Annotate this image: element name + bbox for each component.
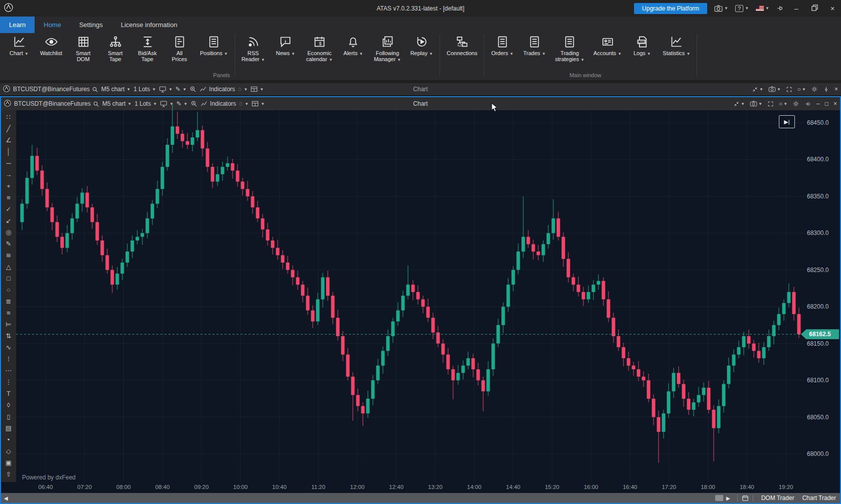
pin-chart-button[interactable]: [823, 86, 829, 93]
menu-tab-settings[interactable]: Settings: [70, 17, 112, 33]
ribbon-item-positions[interactable]: Positions ▼: [195, 33, 233, 57]
dots-horizontal-tool[interactable]: ⋯: [3, 365, 15, 376]
chart-screenshot-button[interactable]: ▼: [768, 86, 781, 92]
trend-line[interactable]: ╱: [3, 123, 15, 134]
arrow-tool[interactable]: →: [3, 169, 15, 180]
settings-gear-button[interactable]: [792, 100, 799, 107]
settings-gear-button[interactable]: [811, 86, 818, 93]
maximize-chart-button[interactable]: □: [825, 100, 828, 107]
diamond-tool[interactable]: ◇: [3, 445, 15, 457]
sync-group-button[interactable]: ○▼: [779, 100, 787, 107]
timeframe-selector[interactable]: M5 chart▼: [101, 86, 131, 93]
drawing-tools-button[interactable]: ✎▼: [176, 100, 187, 107]
candlestick-chart[interactable]: [16, 110, 804, 482]
language-caret-icon[interactable]: ▼: [765, 6, 769, 11]
tick-tool[interactable]: ⁞: [3, 353, 15, 365]
scroll-left-arrow[interactable]: ◀: [1, 495, 11, 501]
scroll-right-arrow[interactable]: ▶: [723, 495, 733, 501]
crosshair-button[interactable]: ◌▼: [238, 86, 248, 93]
rectangle-tool[interactable]: □: [3, 273, 15, 284]
chart-screenshot-button[interactable]: ▼: [750, 101, 762, 107]
close-button[interactable]: ×: [827, 5, 838, 13]
ribbon-item-accounts[interactable]: Accounts ▼: [589, 33, 626, 57]
indicators-button[interactable]: Indicators: [199, 86, 235, 93]
dots-vertical-tool[interactable]: ⋮: [3, 376, 15, 388]
menu-tab-learn[interactable]: Learn: [0, 17, 35, 33]
price-axis[interactable]: 68450.068400.068350.068300.068250.068200…: [803, 110, 840, 482]
layout-button[interactable]: ▼: [251, 86, 264, 92]
fullscreen-button[interactable]: [767, 101, 774, 107]
dom-trader-button[interactable]: DOM Trader: [757, 494, 798, 501]
view-settings-button[interactable]: ▼: [160, 101, 173, 107]
help-button[interactable]: ? ▼: [735, 5, 749, 12]
pin-chart-button[interactable]: [804, 101, 811, 107]
menu-tab-home[interactable]: Home: [35, 17, 70, 33]
volume-selector[interactable]: 1 Lots▼: [134, 86, 156, 93]
zoom-button[interactable]: [190, 100, 197, 107]
session-calendar-button[interactable]: [742, 494, 749, 501]
angle-tool[interactable]: ∠: [3, 134, 15, 146]
ribbon-item-alerts[interactable]: Alerts ▼: [337, 33, 369, 57]
triangle-tool[interactable]: △: [3, 261, 15, 273]
ribbon-item-statistics[interactable]: Statistics ▼: [658, 33, 695, 57]
instrument-selector[interactable]: BTCUSDT@BinanceFutures: [13, 86, 98, 93]
zoom-button[interactable]: [189, 86, 196, 93]
drag-handle[interactable]: ∷: [3, 111, 15, 123]
restore-down-button[interactable]: ▼: [733, 101, 745, 107]
callout-tool[interactable]: ▤: [3, 422, 15, 434]
polyline-tool[interactable]: ✓: [3, 203, 15, 215]
screenshot-button[interactable]: ▼: [714, 5, 728, 12]
sync-group-button[interactable]: ○▼: [797, 86, 806, 93]
ribbon-item-economic-calendar[interactable]: $Economic calendar ▼: [302, 33, 337, 63]
dot-tool[interactable]: •: [3, 434, 15, 445]
ribbon-item-smart-dom[interactable]: Smart DOM: [67, 33, 99, 62]
drawing-tools-button[interactable]: ✎▼: [175, 86, 186, 93]
hatching-tool[interactable]: ≋: [3, 249, 15, 261]
ribbon-item-trading-strategies[interactable]: Trading strategies ▼: [550, 33, 589, 63]
upgrade-platform-button[interactable]: Upgrade the Platform: [634, 3, 707, 14]
ribbon-item-news[interactable]: News ▼: [270, 33, 302, 57]
wave-pattern-tool[interactable]: ∿: [3, 342, 15, 353]
bid-ask-levels-tool[interactable]: ⇅: [3, 330, 15, 342]
ribbon-item-rss-reader[interactable]: RSS Reader ▼: [237, 33, 270, 63]
minimize-button[interactable]: –: [791, 5, 802, 13]
ribbon-item-all-prices[interactable]: All Prices: [163, 33, 195, 62]
fixed-profile-tool[interactable]: ≡: [3, 307, 15, 319]
timeframe-selector[interactable]: M5 chart▼: [102, 100, 132, 107]
layout-button[interactable]: ▼: [252, 101, 265, 107]
ribbon-item-following-manager[interactable]: Following Manager ▼: [369, 33, 405, 63]
ruler-tool[interactable]: ≡: [3, 192, 15, 203]
ribbon-item-smart-tape[interactable]: Smart Tape: [99, 33, 131, 62]
instrument-selector[interactable]: BTCUSDT@BinanceFutures: [14, 100, 99, 107]
language-selector[interactable]: ▼: [756, 6, 769, 11]
crosshair-button[interactable]: ◌▼: [239, 100, 249, 107]
ribbon-item-watchlist[interactable]: Watchlist: [35, 33, 67, 56]
fullscreen-button[interactable]: [786, 86, 792, 93]
ellipse-tool[interactable]: ○: [3, 284, 15, 296]
indicators-button[interactable]: Indicators: [200, 100, 236, 107]
view-settings-button[interactable]: ▼: [159, 86, 172, 93]
pin-window-button[interactable]: [776, 5, 784, 12]
menu-tab-license-information[interactable]: License information: [112, 17, 186, 33]
restore-down-button[interactable]: ▼: [752, 86, 763, 93]
screenshot-caret-icon[interactable]: ▼: [724, 6, 728, 11]
text-tool[interactable]: T: [3, 388, 15, 399]
anchored-profile-tool[interactable]: ⊨: [3, 319, 15, 330]
ribbon-item-bid-ask-tape[interactable]: Bid/Ask Tape: [131, 33, 163, 62]
ribbon-item-chart[interactable]: Chart ▼: [3, 33, 35, 57]
time-axis[interactable]: 06:4007:2008:0008:4009:2010:0010:4011:20…: [1, 482, 840, 493]
ribbon-item-connections[interactable]: Connections: [442, 33, 482, 56]
close-chart-button[interactable]: ×: [834, 86, 838, 93]
close-chart-button[interactable]: ×: [833, 100, 837, 107]
ribbon-item-replay[interactable]: Replay ▼: [405, 33, 438, 57]
horizontal-line[interactable]: ─: [3, 157, 15, 169]
note-tool[interactable]: ▯: [3, 411, 15, 422]
magnet-tool[interactable]: ◎: [3, 226, 15, 238]
brush-tool[interactable]: ✎: [3, 238, 15, 249]
jump-to-latest-button[interactable]: ▶|: [779, 115, 795, 128]
cross-tool[interactable]: +: [3, 180, 15, 192]
square-tool[interactable]: ▣: [3, 457, 15, 468]
chart-trader-button[interactable]: Chart Trader: [798, 494, 840, 501]
volume-selector[interactable]: 1 Lots▼: [135, 100, 157, 107]
arrow-marker[interactable]: ↙: [3, 215, 15, 226]
